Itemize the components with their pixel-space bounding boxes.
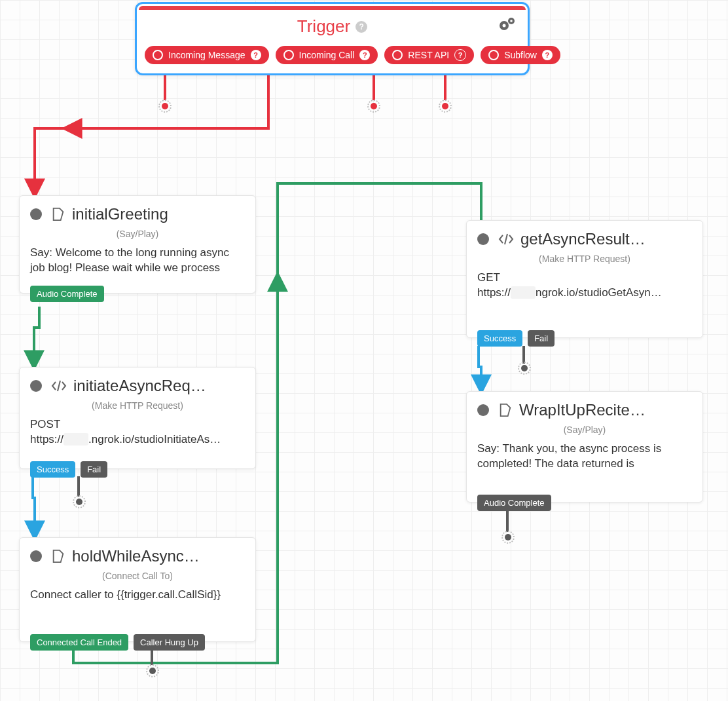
node-initialGreeting[interactable]: initialGreeting (Say/Play) Say: Welcome … xyxy=(19,195,256,294)
code-icon xyxy=(498,233,514,246)
output-fail[interactable]: Fail xyxy=(528,330,555,347)
settings-gears-icon[interactable] xyxy=(499,16,516,33)
node-input-port[interactable] xyxy=(30,550,42,562)
say-play-icon xyxy=(498,403,513,417)
pill-label: Incoming Call xyxy=(299,50,355,60)
unconnected-port[interactable] xyxy=(518,362,531,375)
pill-label: Subflow xyxy=(504,50,537,60)
unconnected-port[interactable] xyxy=(501,531,515,544)
node-wrapItUpRecite[interactable]: WrapItUpRecite… (Say/Play) Say: Thank yo… xyxy=(466,391,703,502)
help-icon[interactable]: ? xyxy=(251,50,261,60)
unconnected-port[interactable] xyxy=(146,664,159,677)
pill-rest-api[interactable]: REST API ? xyxy=(384,46,474,64)
node-body: Say: Thank you, the async process is com… xyxy=(467,442,702,481)
pill-label: REST API xyxy=(408,50,449,60)
node-holdWhileAsync[interactable]: holdWhileAsync… (Connect Call To) Connec… xyxy=(19,537,256,642)
node-title: initialGreeting xyxy=(72,205,168,223)
port-icon xyxy=(153,50,163,60)
say-play-icon xyxy=(51,549,65,563)
node-input-port[interactable] xyxy=(477,404,489,416)
node-getAsyncResult[interactable]: getAsyncResult… (Make HTTP Request) GET … xyxy=(466,220,703,338)
output-success[interactable]: Success xyxy=(30,461,75,478)
svg-point-3 xyxy=(510,20,513,22)
port-icon xyxy=(392,50,403,60)
help-icon[interactable]: ? xyxy=(355,21,367,33)
pill-incoming-call[interactable]: Incoming Call ? xyxy=(276,46,378,64)
svg-point-1 xyxy=(503,24,506,28)
node-body: Connect caller to {{trigger.call.CallSid… xyxy=(20,588,255,612)
node-subtitle: (Make HTTP Request) xyxy=(467,251,702,271)
node-body: GET https://xxxxngrok.io/studioGetAsyn… xyxy=(467,271,702,310)
node-title: initiateAsyncReq… xyxy=(73,377,206,395)
pill-label: Incoming Message xyxy=(168,50,246,60)
unconnected-port[interactable] xyxy=(439,100,452,113)
node-title: getAsyncResult… xyxy=(520,230,646,248)
flow-canvas[interactable]: Trigger ? Incoming Message ? Incoming Ca… xyxy=(0,0,728,701)
output-audio-complete[interactable]: Audio Complete xyxy=(30,286,104,302)
unconnected-port[interactable] xyxy=(158,100,172,113)
unconnected-port[interactable] xyxy=(73,495,86,508)
output-connected-call-ended[interactable]: Connected Call Ended xyxy=(30,634,128,651)
port-icon xyxy=(283,50,294,60)
node-body: POST https://xxxx.ngrok.io/studioInitiat… xyxy=(20,417,255,457)
node-input-port[interactable] xyxy=(30,208,42,220)
port-icon xyxy=(488,50,499,60)
help-icon[interactable]: ? xyxy=(454,49,466,61)
pill-subflow[interactable]: Subflow ? xyxy=(481,46,560,64)
node-subtitle: (Connect Call To) xyxy=(20,568,255,588)
node-title: holdWhileAsync… xyxy=(72,547,200,565)
node-body: Say: Welcome to the long running async j… xyxy=(20,246,255,285)
output-success[interactable]: Success xyxy=(477,330,522,347)
output-fail[interactable]: Fail xyxy=(81,461,107,478)
trigger-transitions: Incoming Message ? Incoming Call ? REST … xyxy=(137,41,528,73)
node-input-port[interactable] xyxy=(30,380,42,392)
trigger-title: Trigger xyxy=(297,16,350,37)
output-caller-hung-up[interactable]: Caller Hung Up xyxy=(134,634,205,651)
pill-incoming-message[interactable]: Incoming Message ? xyxy=(145,46,269,64)
trigger-widget[interactable]: Trigger ? Incoming Message ? Incoming Ca… xyxy=(135,2,530,75)
trigger-header: Trigger ? xyxy=(137,10,528,41)
node-subtitle: (Say/Play) xyxy=(467,422,702,442)
unconnected-port[interactable] xyxy=(367,100,380,113)
say-play-icon xyxy=(51,207,65,221)
output-audio-complete[interactable]: Audio Complete xyxy=(477,495,551,511)
help-icon[interactable]: ? xyxy=(359,50,370,60)
node-initiateAsyncReq[interactable]: initiateAsyncReq… (Make HTTP Request) PO… xyxy=(19,367,256,469)
node-subtitle: (Say/Play) xyxy=(20,226,255,246)
node-title: WrapItUpRecite… xyxy=(519,401,646,419)
node-input-port[interactable] xyxy=(477,233,489,245)
code-icon xyxy=(51,379,67,392)
help-icon[interactable]: ? xyxy=(542,50,553,60)
node-subtitle: (Make HTTP Request) xyxy=(20,398,255,417)
